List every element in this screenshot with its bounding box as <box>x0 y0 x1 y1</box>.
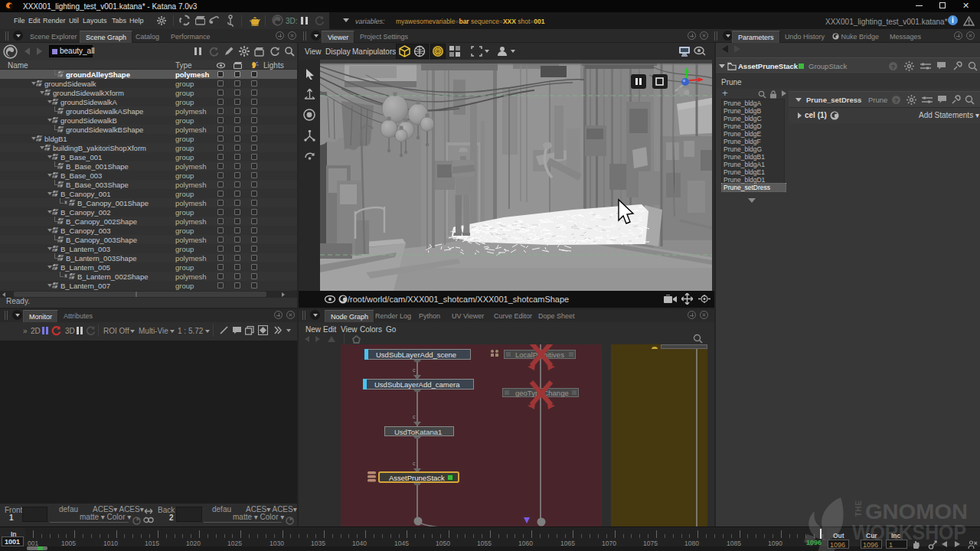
svg-text:c: c <box>413 414 416 419</box>
svg-text:GNOMON: GNOMON <box>865 500 968 523</box>
svg-text:c: c <box>413 461 416 466</box>
svg-text:THE: THE <box>854 500 863 517</box>
svg-text:?: ? <box>894 97 898 104</box>
svg-text:?: ? <box>891 64 895 70</box>
svg-text:c: c <box>413 367 416 373</box>
